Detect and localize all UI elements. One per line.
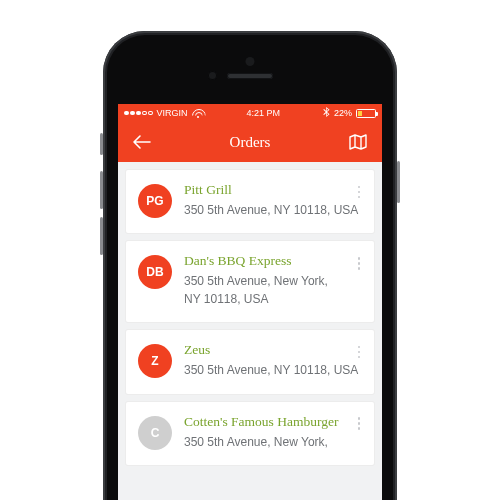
screen: VIRGIN 4:21 PM 22% Orders <box>118 104 382 500</box>
clock: 4:21 PM <box>246 108 280 118</box>
page-title: Orders <box>230 134 271 151</box>
restaurant-address: 350 5th Avenue, NY 10118, USA <box>184 362 364 379</box>
stage: VIRGIN 4:21 PM 22% Orders <box>0 0 500 500</box>
order-content: Pitt Grill 350 5th Avenue, NY 10118, USA <box>184 182 364 219</box>
power-button <box>397 161 400 203</box>
order-content: Dan's BBQ Express 350 5th Avenue, New Yo… <box>184 253 364 308</box>
order-content: Zeus 350 5th Avenue, NY 10118, USA <box>184 342 364 379</box>
battery-percentage: 22% <box>334 108 352 118</box>
bluetooth-icon <box>323 107 330 120</box>
wifi-icon <box>192 109 204 118</box>
order-card[interactable]: Z Zeus 350 5th Avenue, NY 10118, USA <box>126 330 374 393</box>
restaurant-name: Cotten's Famous Hamburger <box>184 414 364 430</box>
more-button[interactable] <box>350 412 368 436</box>
avatar: DB <box>138 255 172 289</box>
order-content: Cotten's Famous Hamburger 350 5th Avenue… <box>184 414 364 451</box>
front-camera <box>208 71 217 80</box>
restaurant-name: Zeus <box>184 342 364 358</box>
orders-list[interactable]: PG Pitt Grill 350 5th Avenue, NY 10118, … <box>118 162 382 473</box>
status-right: 22% <box>323 107 376 120</box>
restaurant-name: Dan's BBQ Express <box>184 253 364 269</box>
back-button[interactable] <box>130 130 154 154</box>
signal-strength-icon <box>124 111 153 116</box>
battery-icon <box>356 109 376 118</box>
proximity-sensor <box>246 57 255 66</box>
volume-down-button <box>100 217 103 255</box>
restaurant-address: 350 5th Avenue, NY 10118, USA <box>184 202 364 219</box>
more-button[interactable] <box>350 340 368 364</box>
order-card[interactable]: PG Pitt Grill 350 5th Avenue, NY 10118, … <box>126 170 374 233</box>
earpiece-speaker <box>227 73 273 79</box>
more-button[interactable] <box>350 180 368 204</box>
order-card[interactable]: C Cotten's Famous Hamburger 350 5th Aven… <box>126 402 374 465</box>
nav-bar: Orders <box>118 122 382 162</box>
status-bar: VIRGIN 4:21 PM 22% <box>118 104 382 122</box>
status-left: VIRGIN <box>124 108 204 118</box>
carrier-label: VIRGIN <box>157 108 188 118</box>
avatar: Z <box>138 344 172 378</box>
battery-fill <box>358 111 362 116</box>
map-button[interactable] <box>346 130 370 154</box>
mute-switch <box>100 133 103 155</box>
map-icon <box>349 134 367 150</box>
arrow-left-icon <box>133 135 151 149</box>
restaurant-name: Pitt Grill <box>184 182 364 198</box>
avatar: C <box>138 416 172 450</box>
restaurant-address: 350 5th Avenue, New York,NY 10118, USA <box>184 273 364 308</box>
order-card[interactable]: DB Dan's BBQ Express 350 5th Avenue, New… <box>126 241 374 322</box>
restaurant-address: 350 5th Avenue, New York, <box>184 434 364 451</box>
volume-up-button <box>100 171 103 209</box>
phone-frame: VIRGIN 4:21 PM 22% Orders <box>103 31 397 500</box>
avatar: PG <box>138 184 172 218</box>
more-button[interactable] <box>350 251 368 275</box>
